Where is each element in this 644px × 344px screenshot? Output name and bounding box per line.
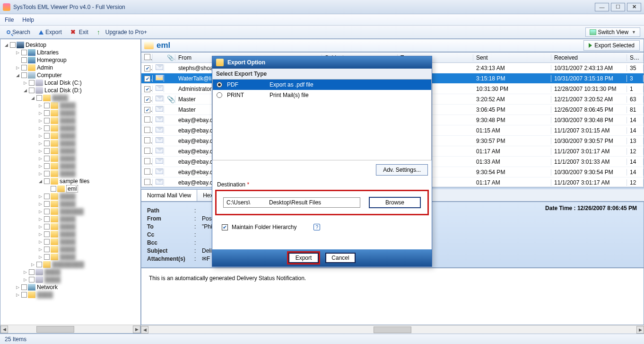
row-checkbox[interactable]: ✔: [144, 76, 150, 82]
body-h-scrollbar[interactable]: ◀▶: [141, 325, 644, 334]
minimize-button[interactable]: —: [595, 3, 609, 11]
network-icon: [28, 284, 35, 291]
export-selected-button[interactable]: Export Selected: [583, 40, 640, 51]
row-checkbox[interactable]: [144, 179, 150, 185]
row-checkbox[interactable]: ✔: [144, 107, 150, 113]
exit-label: Exit: [79, 29, 88, 35]
tree-admin[interactable]: Admin: [37, 64, 53, 71]
option-print-label: PRINT: [227, 92, 265, 98]
cell-sent: 3:15:18 PM: [473, 75, 551, 82]
tab-normal-view[interactable]: Normal Mail View: [141, 189, 197, 201]
tree-blurred: ████: [52, 95, 68, 101]
cell-sent: 9:30:57 PM: [473, 138, 551, 144]
cell-size: 35: [627, 65, 644, 71]
tree-disk-c[interactable]: Local Disk (C:): [44, 79, 82, 86]
detail-datetime: Date Time : 12/26/2007 8:06:45 PM: [545, 205, 637, 212]
window-title: SysTools EML Viewer Pro v4.0 - Full Vers…: [13, 4, 595, 10]
destination-input[interactable]: [223, 197, 360, 208]
disk-icon: [35, 79, 43, 86]
export-option-dialog: Export Option Select Export Type PDF Exp…: [212, 56, 432, 267]
maintain-hierarchy-label: Maintain Folder Hierarchy: [232, 224, 296, 230]
cell-sent: 3:06:45 PM: [473, 106, 551, 113]
row-checkbox[interactable]: ✔: [144, 97, 150, 103]
export-button[interactable]: Export: [36, 28, 65, 36]
envelope-icon: [156, 168, 163, 174]
adv-settings-button[interactable]: Adv. Settings...: [376, 164, 428, 176]
envelope-icon: [156, 85, 163, 91]
app-logo-icon: [3, 3, 10, 11]
tree-sample-files[interactable]: sample files: [60, 178, 89, 185]
export-icon: [39, 30, 44, 35]
cell-sent: 10:31:30 PM: [473, 86, 551, 92]
cell-received: 12/21/2007 3:20:52 AM: [551, 96, 627, 103]
switch-view-button[interactable]: Switch View ▼: [585, 27, 640, 37]
col-received[interactable]: Received: [551, 54, 627, 61]
envelope-icon: [156, 116, 163, 122]
tree-libraries[interactable]: Libraries: [37, 49, 59, 56]
cell-sent: 01:33 AM: [473, 159, 551, 165]
envelope-icon: [156, 106, 163, 112]
row-checkbox[interactable]: [144, 168, 150, 175]
folder-tree[interactable]: ◢Desktop ▷Libraries Homegroup ▷Admin ◢Co…: [0, 39, 140, 325]
path-label: eml: [157, 41, 170, 50]
col-sent[interactable]: Sent: [473, 54, 551, 61]
upgrade-button[interactable]: ↑Upgrade to Pro+: [94, 28, 150, 36]
upgrade-label: Upgrade to Pro+: [105, 29, 147, 35]
menu-help[interactable]: Help: [22, 17, 34, 23]
cell-size: 14: [627, 127, 644, 134]
row-checkbox[interactable]: [144, 137, 150, 143]
close-button[interactable]: ✕: [627, 3, 641, 11]
dialog-export-button[interactable]: Export: [288, 253, 319, 263]
tree-disk-d[interactable]: Local Disk (D:): [44, 87, 82, 94]
row-checkbox[interactable]: [144, 127, 150, 133]
cell-size: 14: [627, 159, 644, 165]
envelope-icon: [156, 148, 163, 153]
cell-sent: 9:30:48 PM: [473, 117, 551, 123]
row-checkbox[interactable]: ✔: [144, 65, 150, 71]
search-label: Search: [12, 29, 30, 35]
col-size[interactable]: Size(KB): [627, 54, 644, 61]
tree-homegroup[interactable]: Homegroup: [37, 57, 67, 63]
search-button[interactable]: Search: [4, 28, 33, 36]
cell-size: 63: [627, 96, 644, 103]
cell-sent: 9:30:54 PM: [473, 169, 551, 176]
menu-file[interactable]: File: [5, 17, 14, 23]
tree-eml-selected[interactable]: eml: [66, 185, 78, 193]
cell-size: 3: [627, 75, 644, 82]
disk-icon: [35, 87, 43, 94]
arrow-right-icon: [589, 43, 592, 48]
tree-h-scrollbar[interactable]: ◀▶: [0, 325, 140, 333]
envelope-icon: [156, 75, 163, 80]
mail-body[interactable]: This is an automatically generated Deliv…: [141, 268, 644, 325]
row-checkbox[interactable]: ✔: [144, 86, 150, 92]
toolbar: Search Export ✖Exit ↑Upgrade to Pro+ Swi…: [0, 26, 644, 39]
tree-computer[interactable]: Computer: [37, 72, 62, 79]
option-print[interactable]: PRINT Print Mail(s) file: [213, 90, 431, 100]
exit-icon: ✖: [70, 29, 77, 35]
row-checkbox[interactable]: [144, 148, 150, 154]
row-checkbox[interactable]: [144, 116, 150, 123]
radio-pdf[interactable]: [217, 82, 222, 88]
cell-size: 14: [627, 169, 644, 176]
dialog-title-bar[interactable]: Export Option: [212, 56, 432, 69]
select-all-checkbox[interactable]: [144, 54, 150, 60]
maintain-hierarchy-checkbox[interactable]: ✔: [222, 224, 228, 230]
cell-received: 12/28/2007 10:31:30 PM: [551, 86, 627, 92]
tree-desktop[interactable]: Desktop: [26, 42, 46, 48]
dialog-title: Export Option: [227, 59, 265, 66]
radio-print[interactable]: [217, 92, 222, 98]
tree-network[interactable]: Network: [37, 284, 58, 291]
row-checkbox[interactable]: [144, 158, 150, 164]
dialog-cancel-button[interactable]: Cancel: [325, 253, 356, 263]
exit-button[interactable]: ✖Exit: [68, 28, 91, 36]
maximize-button[interactable]: ☐: [611, 3, 625, 11]
body-text: This is an automatically generated Deliv…: [149, 275, 636, 282]
browse-button[interactable]: Browse: [369, 197, 421, 208]
homegroup-icon: [28, 57, 35, 63]
switch-view-icon: [590, 29, 596, 35]
status-bar: 25 Items: [0, 334, 644, 344]
option-pdf[interactable]: PDF Export as .pdf file: [213, 79, 431, 90]
cell-size: 13: [627, 138, 644, 144]
help-icon[interactable]: ?: [313, 224, 320, 230]
cell-sent: 2:43:13 AM: [473, 65, 551, 71]
